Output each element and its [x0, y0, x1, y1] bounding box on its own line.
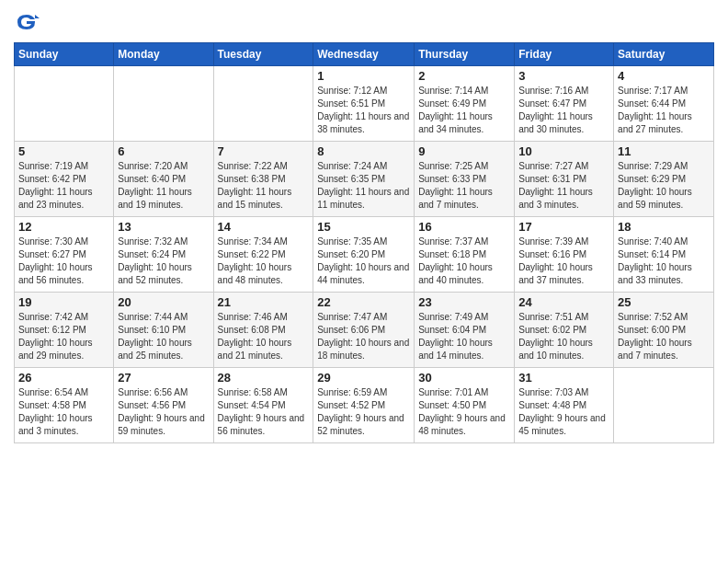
calendar-cell: 18Sunrise: 7:40 AM Sunset: 6:14 PM Dayli… [614, 217, 714, 293]
calendar-cell: 3Sunrise: 7:16 AM Sunset: 6:47 PM Daylig… [515, 66, 614, 142]
calendar-cell: 26Sunrise: 6:54 AM Sunset: 4:58 PM Dayli… [15, 368, 114, 443]
calendar-cell: 29Sunrise: 6:59 AM Sunset: 4:52 PM Dayli… [313, 368, 415, 443]
column-header-monday: Monday [114, 43, 213, 66]
calendar-week-1: 5Sunrise: 7:19 AM Sunset: 6:42 PM Daylig… [15, 142, 714, 217]
day-number: 12 [18, 220, 109, 234]
calendar-cell: 20Sunrise: 7:44 AM Sunset: 6:10 PM Dayli… [114, 293, 213, 368]
day-info: Sunrise: 7:25 AM Sunset: 6:33 PM Dayligh… [418, 160, 510, 212]
column-header-saturday: Saturday [614, 43, 714, 66]
calendar-cell: 31Sunrise: 7:03 AM Sunset: 4:48 PM Dayli… [515, 368, 614, 443]
day-number: 30 [418, 371, 510, 385]
day-info: Sunrise: 7:03 AM Sunset: 4:48 PM Dayligh… [518, 386, 609, 438]
calendar-cell: 17Sunrise: 7:39 AM Sunset: 6:16 PM Dayli… [515, 217, 614, 293]
day-info: Sunrise: 7:01 AM Sunset: 4:50 PM Dayligh… [418, 386, 510, 438]
calendar-cell [213, 66, 313, 142]
day-info: Sunrise: 7:12 AM Sunset: 6:51 PM Dayligh… [317, 85, 410, 136]
calendar-cell: 10Sunrise: 7:27 AM Sunset: 6:31 PM Dayli… [515, 142, 614, 217]
day-number: 17 [518, 220, 609, 234]
day-info: Sunrise: 7:22 AM Sunset: 6:38 PM Dayligh… [218, 160, 310, 212]
day-number: 27 [118, 371, 209, 385]
day-info: Sunrise: 7:16 AM Sunset: 6:47 PM Dayligh… [518, 85, 609, 136]
day-number: 10 [518, 144, 609, 158]
day-number: 21 [218, 295, 310, 309]
day-info: Sunrise: 7:14 AM Sunset: 6:49 PM Dayligh… [418, 85, 510, 136]
day-info: Sunrise: 7:42 AM Sunset: 6:12 PM Dayligh… [18, 311, 109, 362]
calendar-cell: 16Sunrise: 7:37 AM Sunset: 6:18 PM Dayli… [415, 217, 515, 293]
calendar-cell [15, 66, 114, 142]
day-info: Sunrise: 7:47 AM Sunset: 6:06 PM Dayligh… [317, 311, 410, 362]
calendar-week-3: 19Sunrise: 7:42 AM Sunset: 6:12 PM Dayli… [15, 293, 714, 368]
calendar-cell: 27Sunrise: 6:56 AM Sunset: 4:56 PM Dayli… [114, 368, 213, 443]
calendar-week-4: 26Sunrise: 6:54 AM Sunset: 4:58 PM Dayli… [15, 368, 714, 443]
column-header-friday: Friday [515, 43, 614, 66]
day-number: 5 [18, 144, 109, 158]
day-info: Sunrise: 6:58 AM Sunset: 4:54 PM Dayligh… [218, 386, 310, 438]
day-number: 25 [618, 295, 710, 309]
day-number: 29 [317, 371, 410, 385]
day-number: 19 [18, 295, 109, 309]
calendar-cell: 6Sunrise: 7:20 AM Sunset: 6:40 PM Daylig… [114, 142, 213, 217]
day-info: Sunrise: 7:40 AM Sunset: 6:14 PM Dayligh… [618, 236, 710, 287]
logo-icon [14, 9, 40, 35]
day-number: 22 [317, 295, 410, 309]
day-number: 18 [618, 220, 710, 234]
day-number: 4 [618, 69, 710, 83]
calendar-cell: 9Sunrise: 7:25 AM Sunset: 6:33 PM Daylig… [415, 142, 515, 217]
day-info: Sunrise: 7:29 AM Sunset: 6:29 PM Dayligh… [618, 160, 710, 212]
column-header-wednesday: Wednesday [313, 43, 415, 66]
day-number: 6 [118, 144, 209, 158]
day-number: 13 [118, 220, 209, 234]
calendar-cell: 14Sunrise: 7:34 AM Sunset: 6:22 PM Dayli… [213, 217, 313, 293]
day-info: Sunrise: 7:27 AM Sunset: 6:31 PM Dayligh… [518, 160, 609, 212]
header [14, 9, 714, 35]
calendar-cell: 23Sunrise: 7:49 AM Sunset: 6:04 PM Dayli… [415, 293, 515, 368]
day-info: Sunrise: 7:17 AM Sunset: 6:44 PM Dayligh… [618, 85, 710, 136]
day-info: Sunrise: 7:30 AM Sunset: 6:27 PM Dayligh… [18, 236, 109, 287]
day-number: 14 [218, 220, 310, 234]
calendar-cell: 7Sunrise: 7:22 AM Sunset: 6:38 PM Daylig… [213, 142, 313, 217]
day-number: 7 [218, 144, 310, 158]
column-header-thursday: Thursday [415, 43, 515, 66]
day-info: Sunrise: 7:52 AM Sunset: 6:00 PM Dayligh… [618, 311, 710, 362]
day-number: 28 [218, 371, 310, 385]
calendar-cell [614, 368, 714, 443]
day-number: 11 [618, 144, 710, 158]
day-info: Sunrise: 7:19 AM Sunset: 6:42 PM Dayligh… [18, 160, 109, 212]
day-number: 15 [317, 220, 410, 234]
calendar-table: SundayMondayTuesdayWednesdayThursdayFrid… [14, 42, 714, 443]
day-info: Sunrise: 7:37 AM Sunset: 6:18 PM Dayligh… [418, 236, 510, 287]
day-number: 2 [418, 69, 510, 83]
calendar-cell: 19Sunrise: 7:42 AM Sunset: 6:12 PM Dayli… [15, 293, 114, 368]
day-info: Sunrise: 7:24 AM Sunset: 6:35 PM Dayligh… [317, 160, 410, 212]
calendar-cell: 11Sunrise: 7:29 AM Sunset: 6:29 PM Dayli… [614, 142, 714, 217]
calendar-cell: 5Sunrise: 7:19 AM Sunset: 6:42 PM Daylig… [15, 142, 114, 217]
calendar-header-row: SundayMondayTuesdayWednesdayThursdayFrid… [15, 43, 714, 66]
calendar-cell: 22Sunrise: 7:47 AM Sunset: 6:06 PM Dayli… [313, 293, 415, 368]
calendar-cell: 12Sunrise: 7:30 AM Sunset: 6:27 PM Dayli… [15, 217, 114, 293]
calendar-cell [114, 66, 213, 142]
day-info: Sunrise: 7:20 AM Sunset: 6:40 PM Dayligh… [118, 160, 209, 212]
day-info: Sunrise: 6:54 AM Sunset: 4:58 PM Dayligh… [18, 386, 109, 438]
calendar-cell: 15Sunrise: 7:35 AM Sunset: 6:20 PM Dayli… [313, 217, 415, 293]
calendar-cell: 24Sunrise: 7:51 AM Sunset: 6:02 PM Dayli… [515, 293, 614, 368]
day-number: 31 [518, 371, 609, 385]
day-info: Sunrise: 7:35 AM Sunset: 6:20 PM Dayligh… [317, 236, 410, 287]
day-number: 3 [518, 69, 609, 83]
page: SundayMondayTuesdayWednesdayThursdayFrid… [0, 0, 728, 563]
day-number: 16 [418, 220, 510, 234]
day-number: 26 [18, 371, 109, 385]
day-info: Sunrise: 6:59 AM Sunset: 4:52 PM Dayligh… [317, 386, 410, 438]
calendar-cell: 25Sunrise: 7:52 AM Sunset: 6:00 PM Dayli… [614, 293, 714, 368]
logo [14, 9, 43, 35]
day-number: 8 [317, 144, 410, 158]
calendar-cell: 4Sunrise: 7:17 AM Sunset: 6:44 PM Daylig… [614, 66, 714, 142]
calendar-cell: 2Sunrise: 7:14 AM Sunset: 6:49 PM Daylig… [415, 66, 515, 142]
day-info: Sunrise: 7:51 AM Sunset: 6:02 PM Dayligh… [518, 311, 609, 362]
column-header-tuesday: Tuesday [213, 43, 313, 66]
day-info: Sunrise: 7:34 AM Sunset: 6:22 PM Dayligh… [218, 236, 310, 287]
day-number: 9 [418, 144, 510, 158]
day-number: 1 [317, 69, 410, 83]
calendar-cell: 13Sunrise: 7:32 AM Sunset: 6:24 PM Dayli… [114, 217, 213, 293]
calendar-cell: 28Sunrise: 6:58 AM Sunset: 4:54 PM Dayli… [213, 368, 313, 443]
day-info: Sunrise: 7:39 AM Sunset: 6:16 PM Dayligh… [518, 236, 609, 287]
